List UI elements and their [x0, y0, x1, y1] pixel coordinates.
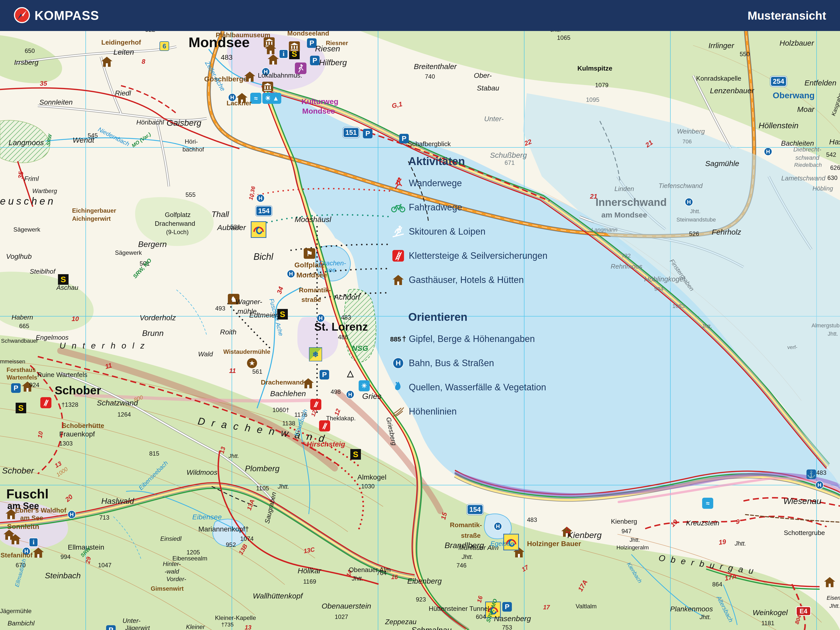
legend-orientation-title: Orientieren	[408, 311, 582, 323]
peak-icon: 885†	[390, 335, 406, 342]
legend-item: 885†Gipfel, Berge & Höhenangaben	[390, 327, 582, 351]
legend-item-label: Gipfel, Berge & Höhenangaben	[409, 334, 535, 344]
bike-icon	[390, 202, 406, 213]
house-icon	[390, 275, 406, 286]
legend-item: HBahn, Bus & Straßen	[390, 351, 582, 375]
legend-activities-rows: WanderwegeFahrradwegeSkitouren & LoipenK…	[390, 171, 582, 292]
legend-item-label: Wanderwege	[409, 178, 462, 188]
legend-orientation-rows: 885†Gipfel, Berge & HöhenangabenHBahn, B…	[390, 327, 582, 424]
legend-item: Quellen, Wasserfälle & Vegetation	[390, 375, 582, 399]
legend-item: Wanderwege	[390, 171, 582, 195]
map-preview-page: 151154154254E4SSSSSPPPPPPPPii6HHHHHHHHHH…	[0, 0, 840, 630]
kompass-logo: KOMPASS	[14, 7, 99, 24]
ladder-icon	[390, 250, 406, 262]
bus-icon: H	[390, 358, 406, 369]
brand-name: KOMPASS	[35, 8, 99, 23]
legend-item-label: Klettersteige & Seilversicherungen	[409, 251, 547, 261]
legend-item: Fahrradwege	[390, 195, 582, 219]
legend-item: Skitouren & Loipen	[390, 219, 582, 244]
legend-item-label: Fahrradwege	[409, 202, 462, 213]
hiker-icon	[390, 177, 406, 190]
compass-icon	[14, 7, 30, 24]
header-bar: KOMPASS Musteransicht	[0, 0, 840, 31]
legend-item-label: Skitouren & Loipen	[409, 226, 485, 237]
page-title: Musteransicht	[747, 9, 826, 22]
legend-item-label: Quellen, Wasserfälle & Vegetation	[409, 382, 546, 393]
legend-item-label: Gasthäuser, Hotels & Hütten	[409, 275, 524, 285]
contour-icon	[390, 406, 406, 417]
spring-icon	[390, 381, 406, 393]
legend-item-label: Bahn, Bus & Straßen	[409, 358, 494, 368]
legend-item: Höhenlinien	[390, 399, 582, 424]
map-legend: Aktivitäten WanderwegeFahrradwegeSkitour…	[390, 155, 582, 424]
legend-item-label: Höhenlinien	[409, 406, 457, 417]
map-canvas: 151154154254E4SSSSSPPPPPPPPii6HHHHHHHHHH…	[0, 0, 840, 630]
legend-item: Klettersteige & Seilversicherungen	[390, 244, 582, 268]
legend-activities-title: Aktivitäten	[408, 155, 582, 167]
nsg-area	[344, 289, 376, 362]
ski-icon	[390, 225, 406, 238]
legend-item: Gasthäuser, Hotels & Hütten	[390, 268, 582, 292]
